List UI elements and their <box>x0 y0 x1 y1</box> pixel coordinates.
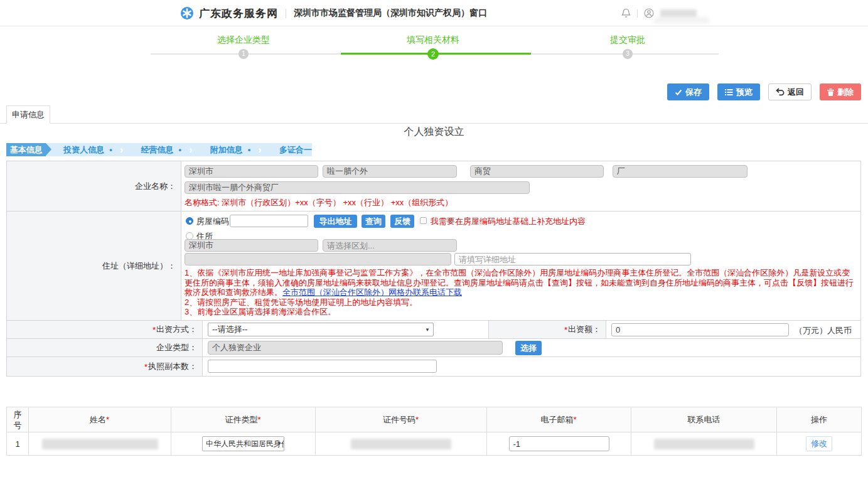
company-name-fields: 名称格式: 深圳市（行政区划）+xx（字号） +xx（行业） +xx（组织形式） <box>181 161 860 211</box>
brand: 广东政务服务网 深圳市市场监督管理局（深圳市知识产权局）窗口 <box>180 0 487 26</box>
investor-table: 序号 姓名* 证件类型* 证件号码* 电子邮箱* 联系电话 操作 1 中华人民共… <box>6 407 862 456</box>
return-arrow-icon <box>776 88 785 96</box>
trash-icon <box>827 88 834 96</box>
investment-row: *出资方式： --请选择-- *出资额： （万元）人民币 <box>7 321 860 339</box>
required-mark: * <box>257 415 260 424</box>
office-name: 深圳市市场监督管理局（深圳市知识产权局）窗口 <box>294 8 487 19</box>
coded-address-field <box>185 253 451 265</box>
col-phone: 联系电话 <box>631 407 777 432</box>
chevron-right-icon: › <box>189 143 193 156</box>
subtab-label: 经营信息 <box>141 144 174 156</box>
house-code-radio[interactable] <box>186 217 193 225</box>
company-type-field <box>208 341 503 355</box>
subtab-investor-info[interactable]: 投资人信息 • › <box>63 143 123 156</box>
label-text: 出资额： <box>568 324 601 335</box>
required-mark: * <box>564 325 567 335</box>
tab-bar: 申请信息 <box>0 105 868 124</box>
house-code-input[interactable] <box>230 215 308 227</box>
step-label-1: 选择企业类型 <box>217 35 270 46</box>
email-cell <box>487 432 631 456</box>
subtab-dot: • <box>179 145 182 154</box>
label-text: 执照副本数： <box>148 361 197 372</box>
col-name: 姓名* <box>29 407 171 432</box>
action-cell: 修改 <box>777 432 862 456</box>
feedback-button[interactable]: 反馈 <box>390 215 414 228</box>
back-label: 返回 <box>788 87 804 98</box>
phone-cell <box>631 432 777 456</box>
name-cell <box>29 432 171 456</box>
id-type-select[interactable]: 中华人民共和国居民身份 <box>202 436 284 451</box>
required-mark: * <box>106 415 109 424</box>
address-row: 住址（详细地址）： 房屋编码 导出地址 查询 反馈 我需要在房屋编码地址基础上补… <box>7 212 860 321</box>
subtab-label: 多证合一 <box>279 144 312 156</box>
subtab-label: 投资人信息 <box>63 144 104 156</box>
subtab-basic-info[interactable]: 基本信息 <box>6 143 46 156</box>
step-dot-2: 2 <box>427 48 439 60</box>
subtab-business-info[interactable]: 经营信息 • › <box>141 143 193 156</box>
chevron-right-icon: › <box>258 143 262 156</box>
delete-label: 删除 <box>837 87 854 98</box>
blur-artifact <box>654 18 709 23</box>
email-input[interactable] <box>509 436 609 451</box>
font-name-field <box>323 165 457 178</box>
user-avatar-icon[interactable] <box>644 8 654 18</box>
license-copies-input[interactable] <box>208 360 437 373</box>
action-toolbar: 保存 预览 返回 删除 <box>667 83 861 100</box>
license-copies-label: *执照副本数： <box>7 357 203 376</box>
required-mark: * <box>415 415 419 424</box>
address-fields: 房屋编码 导出地址 查询 反馈 我需要在房屋编码地址基础上补充地址内容 住所 1… <box>181 212 860 320</box>
step-label-2: 填写相关材料 <box>407 35 459 46</box>
investment-amount-input[interactable] <box>611 323 789 336</box>
step-dot-1: 1 <box>238 49 249 59</box>
full-company-name-field <box>185 181 530 194</box>
chevron-right-icon: › <box>120 143 124 156</box>
choose-type-button[interactable]: 选择 <box>515 341 542 355</box>
header-text: 姓名 <box>90 415 106 424</box>
subtab-additional-info[interactable]: 附加信息 • › <box>210 143 262 156</box>
site-header: 广东政务服务网 深圳市市场监督管理局（深圳市知识产权局）窗口 <box>0 0 868 26</box>
header-text: 证件号码 <box>383 415 415 424</box>
preview-button[interactable]: 预览 <box>717 83 760 100</box>
investment-amount-label: *出资额： <box>489 321 606 338</box>
preview-label: 预览 <box>736 87 753 98</box>
portal-name: 广东政务服务网 <box>199 6 278 21</box>
name-format-hint: 名称格式: 深圳市（行政区划）+xx（字号） +xx（行业） +xx（组织形式） <box>185 197 453 208</box>
required-mark: * <box>144 362 147 372</box>
bell-icon[interactable] <box>621 8 631 18</box>
id-type-cell: 中华人民共和国居民身份 <box>171 432 316 456</box>
header-divider <box>286 9 286 18</box>
address-detail-input[interactable] <box>454 253 691 265</box>
header-right-divider <box>637 9 638 18</box>
edit-button[interactable]: 修改 <box>806 436 832 451</box>
delete-button[interactable]: 删除 <box>820 83 861 100</box>
col-id-type: 证件类型* <box>171 407 316 432</box>
industry-field <box>470 165 604 178</box>
page-title: 个人独资设立 <box>0 126 868 139</box>
export-address-button[interactable]: 导出地址 <box>314 215 357 228</box>
page: 广东政务服务网 深圳市市场监督管理局（深圳市知识产权局）窗口 选择企业类型 填写… <box>0 0 868 477</box>
supplement-address-checkbox[interactable] <box>420 217 427 224</box>
portal-logo-icon <box>180 6 194 20</box>
step-dot-3: 3 <box>623 49 633 59</box>
company-type-label: 企业类型： <box>7 339 203 356</box>
col-actions: 操作 <box>777 407 862 432</box>
basic-info-form: 企业名称： 名称格式: 深圳市（行政区划）+xx（字号） +xx（行业） +xx… <box>6 161 861 377</box>
progress-stepper: 选择企业类型 填写相关材料 提交审批 1 2 3 <box>151 35 719 63</box>
grid-office-phone-link[interactable]: 全市范围（深汕合作区除外）网格办联系电话下载 <box>282 287 462 297</box>
subtab-strip: 基本信息 投资人信息 • › 经营信息 • › 附加信息 • › 多证合一 <box>6 143 312 156</box>
company-name-row: 企业名称： 名称格式: 深圳市（行政区划）+xx（字号） +xx（行业） +xx… <box>7 161 860 212</box>
district-select <box>323 239 457 252</box>
back-button[interactable]: 返回 <box>768 83 812 100</box>
investment-method-select[interactable]: --请选择-- <box>208 323 434 336</box>
list-icon <box>725 88 733 96</box>
address-label: 住址（详细地址）： <box>7 212 181 320</box>
query-button[interactable]: 查询 <box>362 215 385 228</box>
label-text: 出资方式： <box>156 324 197 335</box>
save-button[interactable]: 保存 <box>667 83 709 100</box>
subtab-dot: • <box>248 145 251 154</box>
table-row: 1 中华人民共和国居民身份 修改 <box>7 432 862 456</box>
house-code-radio-label: 房屋编码 <box>196 216 229 227</box>
address-note-3: 3、前海企业区属请选择前海深港合作区。 <box>185 307 857 317</box>
tab-application-info[interactable]: 申请信息 <box>6 105 50 124</box>
subtab-multi-cert[interactable]: 多证合一 <box>279 144 312 156</box>
